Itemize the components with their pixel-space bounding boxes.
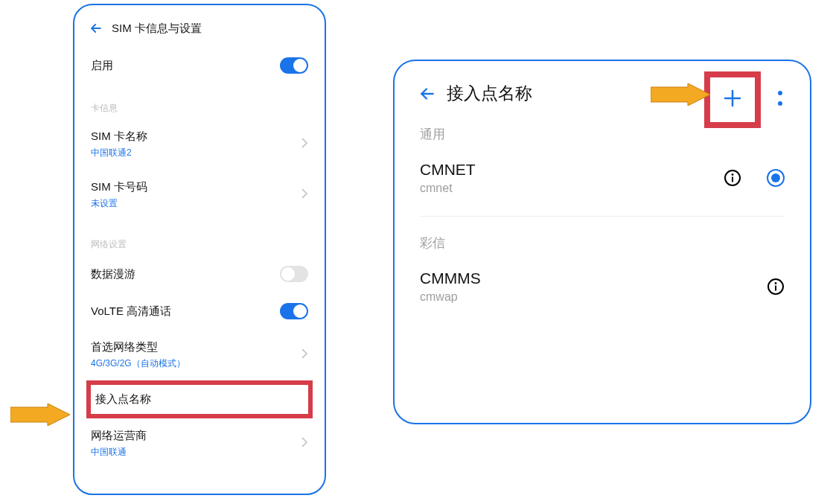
apn-panel: 接入点名称 通用 CMNET cmnet 彩信 CMMMS cmwap: [393, 60, 811, 424]
svg-rect-6: [775, 286, 776, 291]
section-general: 通用: [395, 118, 810, 150]
svg-marker-0: [10, 403, 70, 426]
pref-network-value: 4G/3G/2G（自动模式）: [91, 357, 185, 370]
chevron-right-icon: [301, 436, 308, 451]
info-icon[interactable]: [724, 169, 741, 187]
carrier-value: 中国联通: [91, 446, 127, 459]
svg-point-2: [732, 173, 734, 176]
arrow-annotation-left: [10, 403, 70, 426]
sim-name-row[interactable]: SIM 卡名称 中国联通2: [74, 119, 325, 170]
chevron-right-icon: [301, 348, 308, 363]
header: SIM 卡信息与设置: [74, 16, 325, 47]
svg-point-5: [775, 282, 777, 284]
sim-number-value: 未设置: [91, 197, 118, 210]
volte-label: VoLTE 高清通话: [91, 304, 171, 319]
header: 接入点名称: [395, 76, 810, 118]
roaming-label: 数据漫游: [91, 267, 135, 281]
section-card-info: 卡信息: [74, 92, 325, 119]
sim-number-label: SIM 卡号码: [91, 180, 147, 194]
volte-row[interactable]: VoLTE 高清通话: [74, 293, 325, 330]
section-mms: 彩信: [395, 227, 810, 259]
roaming-toggle[interactable]: [280, 266, 308, 282]
roaming-row[interactable]: 数据漫游: [74, 255, 325, 293]
apn-item-cmmms[interactable]: CMMMS cmwap: [395, 259, 810, 314]
divider: [420, 216, 785, 217]
apn-name: CMMMS: [420, 269, 481, 287]
svg-rect-3: [732, 177, 733, 182]
back-icon[interactable]: [88, 20, 104, 36]
section-network: 网络设置: [74, 228, 325, 255]
add-apn-button[interactable]: [713, 79, 752, 118]
sim-name-value: 中国联通2: [91, 147, 132, 159]
chevron-right-icon: [301, 137, 308, 152]
apn-sub: cmnet: [420, 182, 476, 195]
apn-label: 接入点名称: [95, 392, 151, 406]
carrier-label: 网络运营商: [91, 429, 147, 443]
pref-network-label: 首选网络类型: [91, 340, 158, 354]
more-icon[interactable]: [773, 83, 788, 113]
pref-network-row[interactable]: 首选网络类型 4G/3G/2G（自动模式）: [74, 330, 325, 380]
enable-toggle[interactable]: [280, 57, 308, 74]
sim-settings-panel: SIM 卡信息与设置 启用 卡信息 SIM 卡名称 中国联通2 SIM 卡号码 …: [73, 4, 326, 495]
volte-toggle[interactable]: [280, 303, 308, 319]
info-icon[interactable]: [767, 278, 785, 296]
page-title: SIM 卡信息与设置: [112, 22, 202, 36]
apn-radio-selected[interactable]: [767, 169, 785, 187]
enable-row[interactable]: 启用: [74, 47, 325, 84]
sim-name-label: SIM 卡名称: [91, 130, 147, 144]
sim-number-row[interactable]: SIM 卡号码 未设置: [74, 170, 325, 220]
apn-item-cmnet[interactable]: CMNET cmnet: [395, 150, 810, 205]
apn-sub: cmwap: [420, 290, 481, 304]
page-title: 接入点名称: [447, 82, 532, 105]
chevron-right-icon: [301, 188, 308, 202]
carrier-row[interactable]: 网络运营商 中国联通: [74, 418, 325, 469]
apn-name: CMNET: [420, 161, 476, 179]
apn-row[interactable]: 接入点名称: [91, 385, 308, 414]
back-icon[interactable]: [417, 83, 438, 104]
apn-highlight-box: 接入点名称: [86, 380, 313, 418]
enable-label: 启用: [91, 59, 113, 73]
